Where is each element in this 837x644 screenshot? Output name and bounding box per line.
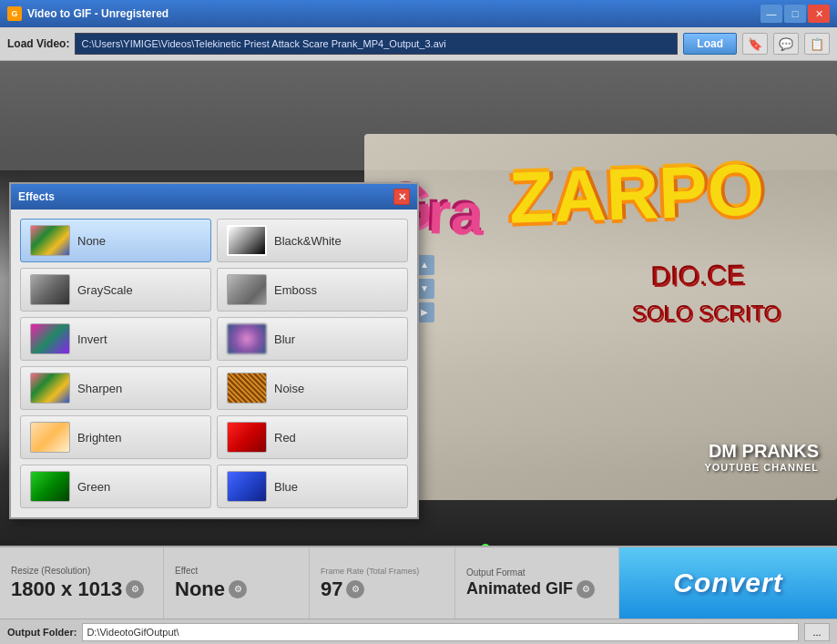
title-bar: G Video to GIF - Unregistered — □ ✕ [0, 0, 837, 27]
output-format-label: Output Format [466, 567, 607, 578]
effect-button-grayscale[interactable]: GrayScale [20, 268, 211, 312]
graffiti-tertiary: SOLO SCRITO [633, 302, 782, 328]
window-controls: — □ ✕ [760, 5, 830, 23]
effects-dialog: Effects ✕ NoneBlack&WhiteGrayScaleEmboss… [9, 182, 419, 519]
effect-thumb-bw [227, 225, 267, 256]
resize-settings-icon[interactable]: ⚙ [126, 580, 144, 598]
effect-settings-icon[interactable]: ⚙ [229, 580, 247, 598]
effect-thumb-blur [227, 323, 267, 354]
dialog-title-bar: Effects ✕ [11, 184, 417, 210]
history-icon[interactable]: 📋 [804, 33, 830, 55]
status-bar: Resize (Resolution) 1800 x 1013 ⚙ Effect… [0, 546, 837, 618]
effect-thumb-emboss [227, 274, 267, 305]
dialog-title: Effects [18, 190, 55, 203]
frame-rate-settings-icon[interactable]: ⚙ [346, 580, 364, 598]
effect-button-blue[interactable]: Blue [217, 465, 408, 508]
effect-label-brighten: Brighten [77, 431, 121, 445]
effect-segment: Effect None ⚙ [164, 547, 310, 618]
app-icon: G [7, 6, 22, 21]
effect-thumb-red [227, 422, 267, 453]
effect-label: Effect [175, 566, 298, 576]
graffiti-main: ZARPO [507, 148, 765, 240]
convert-button[interactable]: Convert [619, 547, 837, 618]
frame-rate-value: 97 [321, 578, 342, 601]
effect-button-green[interactable]: Green [20, 465, 211, 508]
dialog-close-button[interactable]: ✕ [393, 189, 410, 205]
frame-rate-label: Frame Rate (Total Frames) [321, 566, 444, 576]
effect-label-emboss: Emboss [274, 283, 317, 297]
effects-grid: NoneBlack&WhiteGrayScaleEmbossInvertBlur… [11, 210, 417, 517]
resize-value: 1800 x 1013 [11, 578, 122, 601]
output-format-settings-icon[interactable]: ⚙ [577, 580, 595, 598]
effect-button-none[interactable]: None [20, 219, 211, 262]
effect-label-blue: Blue [274, 480, 298, 494]
resize-segment: Resize (Resolution) 1800 x 1013 ⚙ [0, 547, 164, 618]
effect-button-noise[interactable]: Noise [217, 366, 408, 410]
effect-thumb-invert [30, 323, 70, 354]
app-title: Video to GIF - Unregistered [27, 7, 168, 20]
effect-label-grayscale: GrayScale [77, 283, 133, 297]
close-window-button[interactable]: ✕ [808, 5, 830, 23]
resize-label: Resize (Resolution) [11, 566, 152, 576]
effect-button-emboss[interactable]: Emboss [217, 268, 408, 312]
bookmark-icon[interactable]: 🔖 [742, 33, 768, 55]
output-folder-browse-button[interactable]: ... [804, 623, 830, 641]
watermark: DM PRANKS YOUTUBE CHANNEL [704, 441, 819, 473]
effect-thumb-blue [227, 471, 267, 502]
load-label: Load Video: [7, 37, 69, 50]
speech-icon[interactable]: 💬 [773, 33, 799, 55]
output-bar: Output Folder: D:\VideotoGifOutput\ ... [0, 618, 837, 644]
effect-thumb-green [30, 471, 70, 502]
effect-label-invert: Invert [77, 332, 107, 346]
effect-thumb-brighten [30, 422, 70, 453]
effect-value: None [175, 578, 225, 601]
watermark-line1: DM PRANKS [704, 441, 819, 462]
effect-thumb-none [30, 225, 70, 256]
effect-button-sharpen[interactable]: Sharpen [20, 366, 211, 410]
output-folder-path: D:\VideotoGifOutput\ [82, 623, 799, 641]
effect-label-red: Red [274, 431, 296, 445]
output-folder-label: Output Folder: [7, 627, 77, 638]
effect-label-noise: Noise [274, 382, 304, 395]
effect-button-brighten[interactable]: Brighten [20, 415, 211, 459]
load-bar: Load Video: C:\Users\YIMIGE\Videos\Telek… [0, 27, 837, 61]
effect-button-invert[interactable]: Invert [20, 317, 211, 361]
effect-label-bw: Black&White [274, 234, 342, 248]
effect-label-sharpen: Sharpen [77, 382, 122, 395]
effect-label-blur: Blur [274, 332, 295, 346]
frame-rate-sub: (Total Frames) [366, 567, 419, 576]
effect-button-bw[interactable]: Black&White [217, 219, 408, 262]
effect-label-green: Green [77, 480, 110, 494]
load-button[interactable]: Load [683, 33, 737, 55]
effect-button-blur[interactable]: Blur [217, 317, 408, 361]
effect-thumb-noise [227, 373, 267, 404]
video-path: C:\Users\YIMIGE\Videos\Telekinetic Pries… [75, 33, 678, 55]
output-format-value: Animated GIF [466, 579, 573, 598]
effect-thumb-grayscale [30, 274, 70, 305]
minimize-button[interactable]: — [760, 5, 782, 23]
frame-rate-segment: Frame Rate (Total Frames) 97 ⚙ [310, 547, 455, 618]
watermark-line2: YOUTUBE CHANNEL [704, 462, 819, 473]
effect-button-red[interactable]: Red [217, 415, 408, 459]
effect-label-none: None [77, 234, 106, 248]
maximize-button[interactable]: □ [784, 5, 806, 23]
effect-thumb-sharpen [30, 373, 70, 404]
output-format-segment: Output Format Animated GIF ⚙ [455, 547, 619, 618]
graffiti-secondary: DIO.CE [651, 261, 746, 293]
